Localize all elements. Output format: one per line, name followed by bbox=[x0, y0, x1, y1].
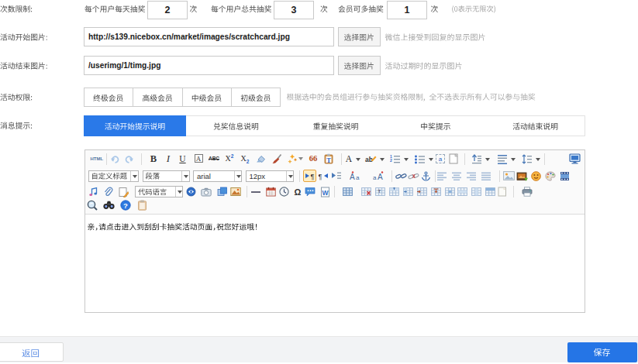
svg-text:A: A bbox=[350, 173, 355, 181]
svg-text:?: ? bbox=[123, 201, 128, 209]
svg-text:A: A bbox=[378, 173, 383, 181]
svg-text:2: 2 bbox=[390, 158, 392, 163]
svg-text:a: a bbox=[373, 174, 377, 181]
svg-text:T: T bbox=[378, 189, 381, 194]
svg-text:T: T bbox=[326, 156, 331, 164]
svg-text:W: W bbox=[322, 188, 329, 196]
svg-text:ab: ab bbox=[365, 156, 373, 163]
svg-text:a: a bbox=[356, 174, 360, 181]
